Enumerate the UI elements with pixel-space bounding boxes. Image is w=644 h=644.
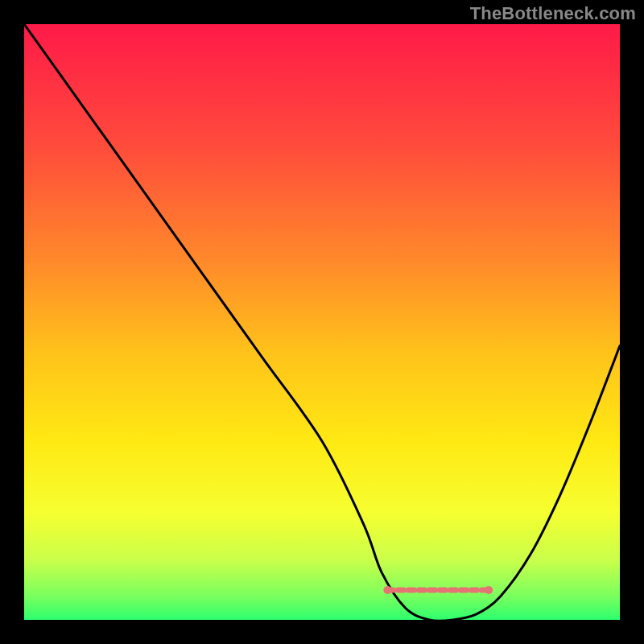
svg-point-1: [383, 586, 391, 594]
chart-background: [24, 24, 620, 620]
chart-plot-area: [24, 24, 620, 620]
watermark-text: TheBottleneck.com: [470, 3, 636, 24]
svg-point-2: [485, 586, 493, 594]
chart-container: TheBottleneck.com: [0, 0, 644, 644]
